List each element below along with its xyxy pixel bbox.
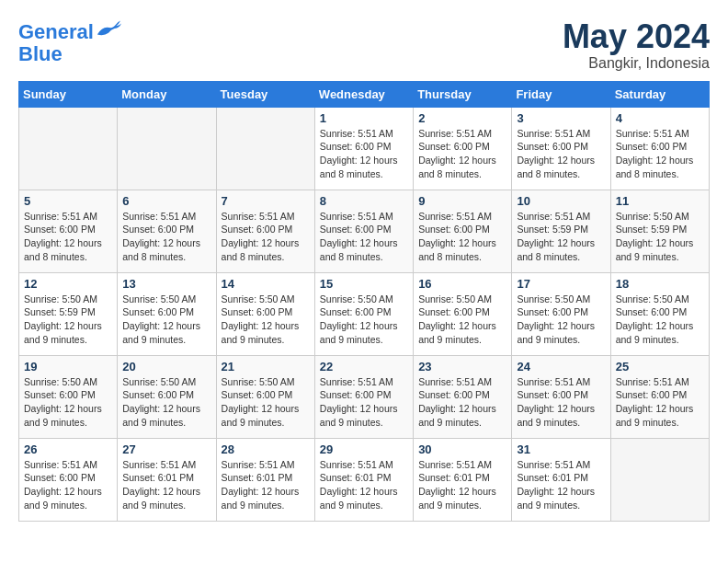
day-number: 11	[616, 194, 704, 208]
day-number: 19	[24, 360, 112, 373]
day-number: 4	[616, 111, 704, 125]
day-number: 5	[24, 194, 112, 208]
day-info: Sunrise: 5:50 AM Sunset: 6:00 PM Dayligh…	[222, 293, 310, 347]
month-title: May 2024	[563, 18, 710, 55]
calendar-day-cell: 15Sunrise: 5:50 AM Sunset: 6:00 PM Dayli…	[314, 272, 413, 355]
weekday-header-thursday: Thursday	[414, 81, 512, 107]
calendar-day-cell: 2Sunrise: 5:51 AM Sunset: 6:00 PM Daylig…	[414, 107, 512, 190]
calendar-day-cell: 17Sunrise: 5:50 AM Sunset: 6:00 PM Dayli…	[512, 272, 610, 355]
calendar-day-cell: 28Sunrise: 5:51 AM Sunset: 6:01 PM Dayli…	[216, 438, 314, 521]
calendar-day-cell: 11Sunrise: 5:50 AM Sunset: 5:59 PM Dayli…	[610, 190, 709, 272]
calendar-day-cell	[610, 438, 709, 521]
day-number: 28	[222, 442, 310, 456]
day-info: Sunrise: 5:50 AM Sunset: 6:00 PM Dayligh…	[122, 293, 210, 347]
day-number: 21	[222, 360, 310, 373]
day-info: Sunrise: 5:50 AM Sunset: 6:00 PM Dayligh…	[24, 375, 112, 430]
day-info: Sunrise: 5:51 AM Sunset: 6:01 PM Dayligh…	[418, 458, 506, 512]
day-info: Sunrise: 5:50 AM Sunset: 6:00 PM Dayligh…	[418, 293, 506, 347]
day-number: 17	[517, 277, 605, 291]
weekday-header-row: SundayMondayTuesdayWednesdayThursdayFrid…	[19, 81, 710, 107]
calendar-day-cell: 27Sunrise: 5:51 AM Sunset: 6:01 PM Dayli…	[118, 438, 216, 521]
calendar-day-cell: 26Sunrise: 5:51 AM Sunset: 6:00 PM Dayli…	[19, 438, 118, 521]
day-info: Sunrise: 5:50 AM Sunset: 6:00 PM Dayligh…	[122, 375, 210, 430]
day-number: 30	[418, 442, 506, 456]
day-number: 29	[320, 442, 408, 456]
day-number: 13	[122, 277, 210, 291]
day-info: Sunrise: 5:50 AM Sunset: 6:00 PM Dayligh…	[320, 293, 408, 347]
calendar-day-cell: 4Sunrise: 5:51 AM Sunset: 6:00 PM Daylig…	[610, 107, 709, 190]
day-info: Sunrise: 5:51 AM Sunset: 6:00 PM Dayligh…	[616, 127, 704, 181]
day-info: Sunrise: 5:51 AM Sunset: 6:00 PM Dayligh…	[517, 127, 605, 181]
calendar-day-cell: 1Sunrise: 5:51 AM Sunset: 6:00 PM Daylig…	[314, 107, 413, 190]
logo-bird-icon	[96, 18, 121, 39]
day-number: 25	[616, 360, 704, 373]
day-number: 26	[24, 442, 112, 456]
day-info: Sunrise: 5:50 AM Sunset: 5:59 PM Dayligh…	[616, 210, 704, 264]
day-info: Sunrise: 5:51 AM Sunset: 5:59 PM Dayligh…	[517, 210, 605, 264]
day-number: 23	[418, 360, 506, 373]
day-info: Sunrise: 5:51 AM Sunset: 6:00 PM Dayligh…	[418, 127, 506, 181]
day-info: Sunrise: 5:51 AM Sunset: 6:00 PM Dayligh…	[222, 210, 310, 264]
logo: General Blue	[18, 18, 121, 65]
calendar-day-cell	[19, 107, 118, 190]
day-number: 24	[517, 360, 605, 373]
day-info: Sunrise: 5:51 AM Sunset: 6:01 PM Dayligh…	[517, 458, 605, 512]
calendar-day-cell: 30Sunrise: 5:51 AM Sunset: 6:01 PM Dayli…	[414, 438, 512, 521]
calendar-day-cell: 21Sunrise: 5:50 AM Sunset: 6:00 PM Dayli…	[216, 355, 314, 438]
day-number: 27	[122, 442, 210, 456]
weekday-header-friday: Friday	[512, 81, 610, 107]
calendar-day-cell: 6Sunrise: 5:51 AM Sunset: 6:00 PM Daylig…	[118, 190, 216, 272]
weekday-header-monday: Monday	[118, 81, 216, 107]
calendar-day-cell: 19Sunrise: 5:50 AM Sunset: 6:00 PM Dayli…	[19, 355, 118, 438]
day-info: Sunrise: 5:51 AM Sunset: 6:00 PM Dayligh…	[418, 210, 506, 264]
calendar-day-cell	[216, 107, 314, 190]
day-number: 31	[517, 442, 605, 456]
calendar-day-cell: 25Sunrise: 5:51 AM Sunset: 6:00 PM Dayli…	[610, 355, 709, 438]
calendar-day-cell: 9Sunrise: 5:51 AM Sunset: 6:00 PM Daylig…	[414, 190, 512, 272]
day-number: 22	[320, 360, 408, 373]
calendar-day-cell: 22Sunrise: 5:51 AM Sunset: 6:00 PM Dayli…	[314, 355, 413, 438]
weekday-header-saturday: Saturday	[610, 81, 709, 107]
day-info: Sunrise: 5:51 AM Sunset: 6:01 PM Dayligh…	[222, 458, 310, 512]
day-info: Sunrise: 5:51 AM Sunset: 6:00 PM Dayligh…	[122, 210, 210, 264]
day-number: 15	[320, 277, 408, 291]
calendar-day-cell: 20Sunrise: 5:50 AM Sunset: 6:00 PM Dayli…	[118, 355, 216, 438]
day-info: Sunrise: 5:50 AM Sunset: 6:00 PM Dayligh…	[517, 293, 605, 347]
day-info: Sunrise: 5:50 AM Sunset: 6:00 PM Dayligh…	[222, 375, 310, 430]
calendar-day-cell: 7Sunrise: 5:51 AM Sunset: 6:00 PM Daylig…	[216, 190, 314, 272]
calendar-day-cell: 31Sunrise: 5:51 AM Sunset: 6:01 PM Dayli…	[512, 438, 610, 521]
logo-text: General Blue	[18, 18, 121, 65]
calendar-week-row: 1Sunrise: 5:51 AM Sunset: 6:00 PM Daylig…	[19, 107, 710, 190]
calendar-day-cell: 14Sunrise: 5:50 AM Sunset: 6:00 PM Dayli…	[216, 272, 314, 355]
page-header: General Blue May 2024 Bangkir, Indonesia	[18, 18, 710, 72]
calendar-day-cell: 16Sunrise: 5:50 AM Sunset: 6:00 PM Dayli…	[414, 272, 512, 355]
day-number: 20	[122, 360, 210, 373]
day-info: Sunrise: 5:51 AM Sunset: 6:01 PM Dayligh…	[320, 458, 408, 512]
day-number: 7	[222, 194, 310, 208]
day-number: 18	[616, 277, 704, 291]
day-info: Sunrise: 5:51 AM Sunset: 6:00 PM Dayligh…	[616, 375, 704, 430]
day-info: Sunrise: 5:51 AM Sunset: 6:00 PM Dayligh…	[320, 375, 408, 430]
calendar-table: SundayMondayTuesdayWednesdayThursdayFrid…	[18, 81, 710, 522]
day-number: 6	[122, 194, 210, 208]
calendar-day-cell: 8Sunrise: 5:51 AM Sunset: 6:00 PM Daylig…	[314, 190, 413, 272]
day-number: 3	[517, 111, 605, 125]
day-number: 8	[320, 194, 408, 208]
day-info: Sunrise: 5:51 AM Sunset: 6:00 PM Dayligh…	[517, 375, 605, 430]
calendar-week-row: 5Sunrise: 5:51 AM Sunset: 6:00 PM Daylig…	[19, 190, 710, 272]
calendar-day-cell: 29Sunrise: 5:51 AM Sunset: 6:01 PM Dayli…	[314, 438, 413, 521]
day-number: 14	[222, 277, 310, 291]
weekday-header-sunday: Sunday	[19, 81, 118, 107]
calendar-day-cell: 5Sunrise: 5:51 AM Sunset: 6:00 PM Daylig…	[19, 190, 118, 272]
day-number: 9	[418, 194, 506, 208]
day-info: Sunrise: 5:51 AM Sunset: 6:00 PM Dayligh…	[320, 127, 408, 181]
day-number: 16	[418, 277, 506, 291]
day-info: Sunrise: 5:51 AM Sunset: 6:00 PM Dayligh…	[24, 458, 112, 512]
calendar-day-cell	[118, 107, 216, 190]
day-number: 1	[320, 111, 408, 125]
calendar-day-cell: 13Sunrise: 5:50 AM Sunset: 6:00 PM Dayli…	[118, 272, 216, 355]
calendar-day-cell: 23Sunrise: 5:51 AM Sunset: 6:00 PM Dayli…	[414, 355, 512, 438]
day-number: 12	[24, 277, 112, 291]
day-info: Sunrise: 5:51 AM Sunset: 6:00 PM Dayligh…	[418, 375, 506, 430]
day-info: Sunrise: 5:50 AM Sunset: 5:59 PM Dayligh…	[24, 293, 112, 347]
